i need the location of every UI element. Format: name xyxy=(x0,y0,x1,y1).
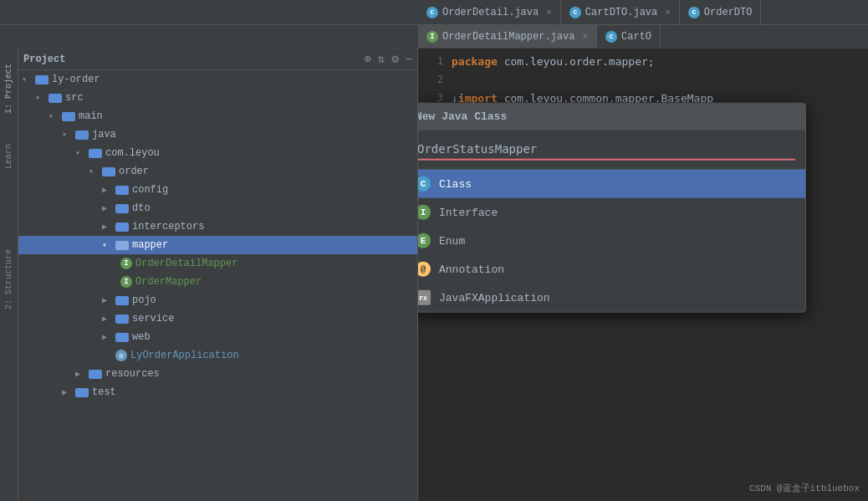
arrow-main: ▾ xyxy=(49,111,62,121)
dialog-label-annotation: Annotation xyxy=(439,263,504,275)
tree-item-main[interactable]: ▾ main xyxy=(18,107,417,125)
arrow-dto: ▶ xyxy=(102,203,115,213)
label-java: java xyxy=(92,129,116,141)
tree-item-resources[interactable]: ▶ resources xyxy=(18,365,417,383)
dialog-item-class[interactable]: C Class xyxy=(418,170,805,198)
arrow-pojo: ▶ xyxy=(102,295,115,305)
arrow-comleyou: ▾ xyxy=(75,148,89,158)
label-lyorderapplication: LyOrderApplication xyxy=(130,350,239,361)
dialog-item-annotation[interactable]: @ Annotation xyxy=(418,255,805,284)
folder-icon-config xyxy=(115,186,129,195)
sort-icon[interactable]: ⇅ xyxy=(378,52,385,66)
tree-item-ordermapper[interactable]: I OrderMapper xyxy=(18,273,417,291)
tree-item-src[interactable]: ▾ src xyxy=(18,89,417,107)
tab-icon-c4: c xyxy=(605,31,617,43)
tree-item-com-leyou[interactable]: ▾ com.leyou xyxy=(18,144,417,162)
tree-item-pojo[interactable]: ▶ pojo xyxy=(18,291,417,309)
label-service: service xyxy=(132,313,174,325)
main-area: 1: Project Learn 2: Structure Project ⊕ … xyxy=(0,49,868,501)
line-num-2: 2 xyxy=(418,74,452,85)
folder-icon-comleyou xyxy=(89,149,102,158)
tree-item-ly-order[interactable]: ▾ ly-order xyxy=(18,70,417,89)
label-src: src xyxy=(65,92,84,104)
tree-item-config[interactable]: ▶ config xyxy=(18,181,417,199)
arrow-order: ▾ xyxy=(89,166,102,176)
arrow-interceptors: ▶ xyxy=(102,222,115,232)
tab-cartdto[interactable]: c CartDTO.java × xyxy=(561,0,680,24)
folder-icon-web xyxy=(115,333,129,342)
dialog-item-javafx[interactable]: FX JavaFXApplication xyxy=(418,284,805,312)
label-orderdetailmapper: OrderDetailMapper xyxy=(135,258,237,269)
tree-item-mapper[interactable]: ▾ mapper xyxy=(18,236,417,254)
code-line-2: 2 xyxy=(418,70,868,89)
tree-item-java[interactable]: ▾ java xyxy=(18,125,417,144)
tree-item-service[interactable]: ▶ service xyxy=(18,309,417,328)
tab-label-orderdto: OrderDTO xyxy=(704,7,753,18)
code-text-1: package com.leyou.order.mapper; xyxy=(452,55,655,68)
label-web: web xyxy=(132,331,151,343)
label-interceptors: interceptors xyxy=(132,221,204,233)
arrow-web: ▶ xyxy=(102,332,115,342)
tree-item-order[interactable]: ▾ order xyxy=(18,162,417,181)
second-tab-bar: I OrderDetailMapper.java × c CartO xyxy=(0,25,868,49)
tree-item-lyorderapplication[interactable]: ⚙ LyOrderApplication xyxy=(18,346,417,365)
label-config: config xyxy=(132,184,168,196)
add-icon[interactable]: ⊕ xyxy=(364,52,370,66)
tab-orderdto[interactable]: c OrderDTO xyxy=(680,0,762,24)
tab-orderdetail[interactable]: c OrderDetail.java × xyxy=(418,0,561,24)
class-name-input[interactable] xyxy=(418,139,795,161)
tab-orderdetailmapper[interactable]: I OrderDetailMapper.java × xyxy=(418,25,597,48)
folder-icon-interceptors xyxy=(115,222,129,232)
dialog-list: C Class I Interface E Enum xyxy=(418,169,805,312)
file-icon-app-lyorder: ⚙ xyxy=(115,350,127,361)
dialog-label-javafx: JavaFXApplication xyxy=(439,291,550,304)
dialog-label-enum: Enum xyxy=(439,234,465,247)
folder-icon-mapper xyxy=(115,241,129,250)
tree-item-interceptors[interactable]: ▶ interceptors xyxy=(18,217,417,236)
tab-icon-c3: c xyxy=(688,7,700,18)
tree-item-test[interactable]: ▶ test xyxy=(18,383,417,401)
tab-close-cartdto[interactable]: × xyxy=(665,8,671,18)
folder-icon-ly-order xyxy=(35,75,49,84)
label-dto: dto xyxy=(132,202,151,214)
tab-label-orderdetailmapper: OrderDetailMapper.java xyxy=(442,31,574,43)
tab-label-cartdto: CartDTO.java xyxy=(585,7,657,18)
strip-project[interactable]: 1: Project xyxy=(4,57,13,120)
folder-icon-resources xyxy=(89,370,102,379)
code-line-1: 1 package com.leyou.order.mapper; xyxy=(418,52,868,70)
label-resources: resources xyxy=(105,368,160,380)
tab-carto[interactable]: c CartO xyxy=(597,25,661,48)
tree-item-web[interactable]: ▶ web xyxy=(18,328,417,346)
tab-close-orderdetailmapper[interactable]: × xyxy=(582,32,588,42)
tab-close-orderdetail[interactable]: × xyxy=(546,8,552,18)
new-java-class-dialog[interactable]: New Java Class C Class xyxy=(418,103,806,313)
dialog-icon-fx-javafx: FX xyxy=(418,290,431,305)
arrow-config: ▶ xyxy=(102,185,115,195)
left-strip: 1: Project Learn 2: Structure xyxy=(0,49,18,501)
tree-item-dto[interactable]: ▶ dto xyxy=(18,199,417,217)
arrow-mapper: ▾ xyxy=(102,240,115,250)
dialog-item-enum[interactable]: E Enum xyxy=(418,227,805,255)
arrow-test: ▶ xyxy=(62,387,75,397)
folder-icon-java xyxy=(75,130,89,140)
arrow-java: ▾ xyxy=(62,130,75,140)
strip-learn[interactable]: Learn xyxy=(4,137,13,176)
tree-item-orderdetailmapper[interactable]: I OrderDetailMapper xyxy=(18,254,417,273)
file-icon-i-orderdetail: I xyxy=(120,258,132,269)
label-test: test xyxy=(92,386,116,398)
dialog-item-interface[interactable]: I Interface xyxy=(418,198,805,227)
sidebar-toolbar: Project ⊕ ⇅ ⚙ − xyxy=(18,49,417,70)
dialog-icon-i-interface: I xyxy=(418,205,431,220)
folder-icon-main xyxy=(62,112,75,121)
strip-structure[interactable]: 2: Structure xyxy=(4,243,13,316)
folder-icon-pojo xyxy=(115,296,129,305)
folder-icon-test xyxy=(75,388,89,397)
dialog-icon-c-class: C xyxy=(418,176,431,192)
folder-icon-dto xyxy=(115,204,129,213)
arrow-service: ▶ xyxy=(102,314,115,324)
tab-icon-c2: c xyxy=(569,7,581,18)
gear-icon[interactable]: ⚙ xyxy=(391,52,398,66)
file-icon-i-order: I xyxy=(120,276,132,288)
project-tree: ▾ ly-order ▾ src ▾ main xyxy=(18,70,417,501)
minimize-icon[interactable]: − xyxy=(406,53,412,66)
